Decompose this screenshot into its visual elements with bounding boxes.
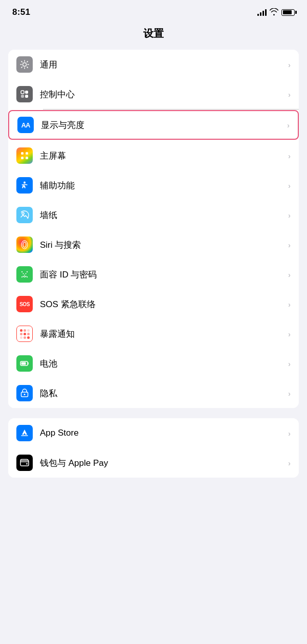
privacy-icon — [16, 385, 33, 401]
privacy-label: 隐私 — [40, 388, 284, 399]
wallet-icon — [16, 455, 33, 471]
face-id-label: 面容 ID 与密码 — [40, 269, 284, 281]
accessibility-chevron: › — [288, 181, 291, 190]
accessibility-icon — [16, 177, 33, 194]
display-icon: AA — [17, 117, 34, 133]
settings-item-sos[interactable]: SOS SOS 紧急联络 › — [8, 289, 299, 319]
app-store-icon — [16, 425, 33, 441]
svg-rect-1 — [25, 91, 28, 94]
status-time: 8:51 — [12, 7, 30, 17]
svg-rect-3 — [25, 95, 28, 98]
display-label: 显示与亮度 — [41, 119, 283, 131]
settings-item-app-store[interactable]: App Store › — [8, 418, 299, 448]
svg-point-12 — [23, 273, 24, 274]
battery-label: 电池 — [40, 358, 284, 370]
siri-label: Siri 与搜索 — [40, 239, 284, 251]
settings-item-wallpaper[interactable]: 墙纸 › — [8, 200, 299, 230]
svg-point-11 — [23, 242, 26, 247]
sos-icon: SOS — [16, 296, 33, 312]
status-icons — [257, 8, 295, 17]
svg-rect-15 — [21, 362, 26, 365]
svg-rect-2 — [21, 95, 24, 98]
wallpaper-chevron: › — [288, 211, 291, 220]
wifi-icon — [270, 8, 278, 17]
wallpaper-label: 墙纸 — [40, 209, 284, 221]
home-screen-icon — [16, 147, 33, 164]
settings-item-siri[interactable]: Siri 与搜索 › — [8, 230, 299, 260]
settings-item-general[interactable]: 通用 › — [8, 50, 299, 79]
sos-label: SOS 紧急联络 — [40, 298, 284, 310]
wallet-chevron: › — [288, 459, 291, 467]
settings-item-exposure[interactable]: 暴露通知 › — [8, 319, 299, 349]
battery-status-icon — [281, 9, 295, 16]
store-settings-section: App Store › 钱包与 Apple Pay › — [8, 418, 299, 478]
wallpaper-icon — [16, 207, 33, 223]
control-center-chevron: › — [288, 90, 291, 99]
settings-item-wallet[interactable]: 钱包与 Apple Pay › — [8, 448, 299, 478]
app-store-chevron: › — [288, 429, 291, 438]
svg-point-9 — [22, 212, 24, 214]
svg-rect-7 — [26, 157, 28, 159]
control-center-label: 控制中心 — [40, 89, 284, 100]
svg-rect-6 — [21, 157, 24, 159]
general-icon — [16, 56, 33, 73]
svg-rect-5 — [26, 152, 28, 155]
status-bar: 8:51 — [0, 0, 307, 22]
face-id-chevron: › — [288, 270, 291, 279]
home-screen-chevron: › — [288, 152, 291, 160]
settings-item-privacy[interactable]: 隐私 › — [8, 378, 299, 408]
svg-point-8 — [24, 182, 26, 184]
settings-item-control-center[interactable]: 控制中心 › — [8, 79, 299, 109]
svg-point-17 — [24, 394, 26, 395]
exposure-label: 暴露通知 — [40, 328, 284, 340]
face-id-icon — [16, 266, 33, 283]
settings-item-home-screen[interactable]: 主屏幕 › — [8, 141, 299, 170]
sos-chevron: › — [288, 300, 291, 309]
settings-item-display[interactable]: AA 显示与亮度 › — [8, 110, 299, 140]
svg-rect-19 — [26, 463, 28, 465]
app-store-label: App Store — [40, 428, 284, 438]
general-settings-section: 通用 › 控制中心 › AA 显示与亮度 › — [8, 50, 299, 408]
page-title: 设置 — [0, 22, 307, 50]
wallet-label: 钱包与 Apple Pay — [40, 457, 284, 469]
privacy-chevron: › — [288, 389, 291, 398]
signal-icon — [257, 9, 267, 16]
exposure-chevron: › — [288, 330, 291, 338]
svg-rect-4 — [21, 152, 24, 155]
general-chevron: › — [288, 60, 291, 69]
svg-rect-18 — [20, 460, 29, 466]
control-center-icon — [16, 86, 33, 102]
battery-icon — [16, 355, 33, 372]
general-label: 通用 — [40, 59, 284, 71]
battery-chevron: › — [288, 359, 291, 368]
svg-point-13 — [26, 273, 27, 274]
settings-item-face-id[interactable]: 面容 ID 与密码 › — [8, 260, 299, 289]
settings-item-accessibility[interactable]: 辅助功能 › — [8, 170, 299, 200]
settings-item-battery[interactable]: 电池 › — [8, 349, 299, 378]
home-screen-label: 主屏幕 — [40, 150, 284, 162]
siri-chevron: › — [288, 241, 291, 249]
svg-rect-0 — [21, 91, 24, 94]
display-chevron: › — [287, 121, 290, 130]
siri-icon — [16, 237, 33, 253]
accessibility-label: 辅助功能 — [40, 180, 284, 191]
exposure-icon — [16, 326, 33, 342]
